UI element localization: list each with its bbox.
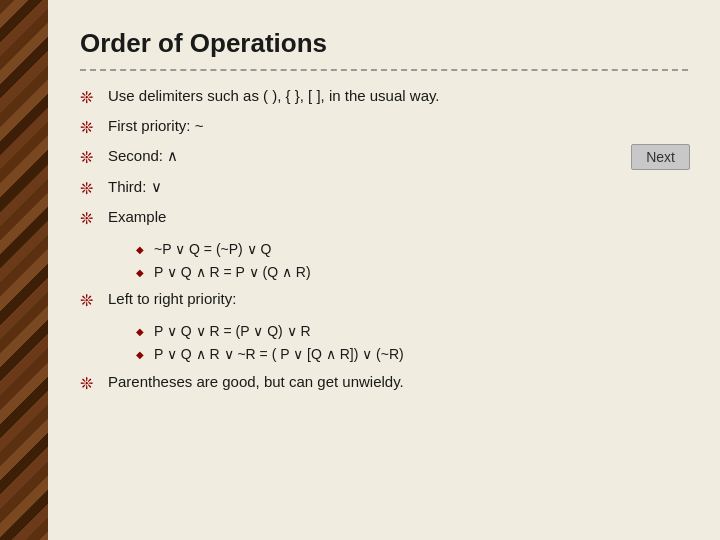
bullet-list: ❊ Use delimiters such as ( ), { }, [ ], …	[80, 85, 688, 230]
second-priority-text: Second: ∧	[108, 145, 178, 167]
left-to-right-text: Left to right priority:	[108, 288, 236, 310]
arrow-icon-3: ❊	[80, 146, 108, 169]
ltr-sub-text-2: P ∨ Q ∧ R ∨ ~R = ( P ∨ [Q ∧ R]) ∨ (~R)	[154, 345, 404, 365]
parentheses-text: Parentheses are good, but can get unwiel…	[108, 371, 404, 393]
bullet-list-3: ❊ Parentheses are good, but can get unwi…	[80, 371, 688, 395]
bullet-list-2: ❊ Left to right priority:	[80, 288, 688, 312]
use-delimiters-text: Use delimiters such as ( ), { }, [ ], in…	[108, 85, 440, 107]
example-sub-list: ◆ ~P ∨ Q = (~P) ∨ Q ◆ P ∨ Q ∧ R = P ∨ (Q…	[80, 240, 688, 282]
example-sub-item-1: ◆ ~P ∨ Q = (~P) ∨ Q	[136, 240, 688, 260]
list-item-second-priority: ❊ Second: ∧	[80, 145, 688, 169]
ltr-sub-item-1: ◆ P ∨ Q ∨ R = (P ∨ Q) ∨ R	[136, 322, 688, 342]
first-priority-text: First priority: ~	[108, 115, 203, 137]
main-content: Order of Operations Next ❊ Use delimiter…	[48, 0, 720, 540]
diamond-icon-4: ◆	[136, 348, 154, 362]
example-text: Example	[108, 206, 166, 228]
diamond-icon-1: ◆	[136, 243, 154, 257]
third-priority-text: Third: ∨	[108, 176, 162, 198]
diamond-icon-3: ◆	[136, 325, 154, 339]
list-item-left-to-right: ❊ Left to right priority:	[80, 288, 688, 312]
list-item-first-priority: ❊ First priority: ~	[80, 115, 688, 139]
example-sub-text-2: P ∨ Q ∧ R = P ∨ (Q ∧ R)	[154, 263, 311, 283]
arrow-icon-2: ❊	[80, 116, 108, 139]
list-item-example: ❊ Example	[80, 206, 688, 230]
arrow-icon-5: ❊	[80, 207, 108, 230]
next-badge[interactable]: Next	[631, 144, 690, 170]
example-sub-text-1: ~P ∨ Q = (~P) ∨ Q	[154, 240, 271, 260]
diamond-icon-2: ◆	[136, 266, 154, 280]
ltr-sub-item-2: ◆ P ∨ Q ∧ R ∨ ~R = ( P ∨ [Q ∧ R]) ∨ (~R)	[136, 345, 688, 365]
list-item-use-delimiters: ❊ Use delimiters such as ( ), { }, [ ], …	[80, 85, 688, 109]
list-item-parentheses: ❊ Parentheses are good, but can get unwi…	[80, 371, 688, 395]
list-item-third-priority: ❊ Third: ∨	[80, 176, 688, 200]
sidebar-decoration	[0, 0, 48, 540]
example-sub-item-2: ◆ P ∨ Q ∧ R = P ∨ (Q ∧ R)	[136, 263, 688, 283]
arrow-icon-4: ❊	[80, 177, 108, 200]
arrow-icon-6: ❊	[80, 289, 108, 312]
page-title: Order of Operations	[80, 28, 688, 59]
arrow-icon-7: ❊	[80, 372, 108, 395]
arrow-icon-1: ❊	[80, 86, 108, 109]
divider	[80, 69, 688, 71]
ltr-sub-text-1: P ∨ Q ∨ R = (P ∨ Q) ∨ R	[154, 322, 311, 342]
left-to-right-sub-list: ◆ P ∨ Q ∨ R = (P ∨ Q) ∨ R ◆ P ∨ Q ∧ R ∨ …	[80, 322, 688, 364]
